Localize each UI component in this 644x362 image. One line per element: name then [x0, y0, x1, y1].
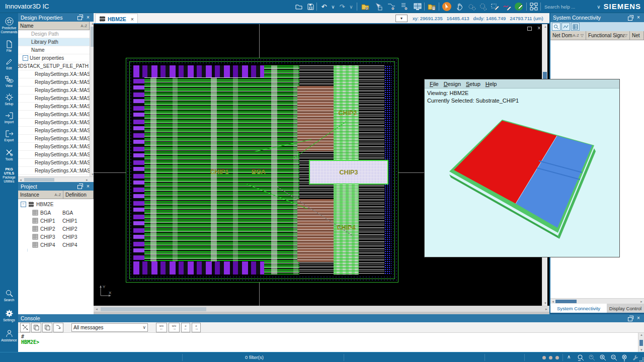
resize-grip[interactable] — [639, 357, 643, 361]
pan-hand-icon[interactable] — [455, 2, 465, 12]
redo-icon[interactable]: ↷ — [337, 2, 347, 12]
console-scrollbar[interactable]: ▲▼ — [638, 333, 644, 352]
float-panel-icon[interactable] — [77, 16, 82, 20]
column-header-net[interactable]: Net — [630, 31, 644, 40]
trace-view-icon[interactable] — [561, 23, 570, 31]
property-group-row[interactable]: −User properties — [18, 54, 90, 62]
float-panel-icon[interactable] — [77, 185, 82, 189]
viewer3d-scene[interactable] — [425, 104, 619, 257]
restore-view-icon[interactable] — [527, 27, 532, 31]
property-row[interactable]: ReplaySettings.XA::MASK::C... — [18, 95, 90, 103]
undo-icon[interactable]: ↶ — [319, 2, 329, 12]
sidebar-item-settings[interactable]: Settings — [0, 309, 18, 322]
edit-wire-icon[interactable] — [502, 2, 512, 12]
sidebar-item-tools[interactable]: Tools — [0, 148, 18, 161]
tab-display-control[interactable]: Display Control — [607, 304, 644, 313]
layout-grid-icon[interactable] — [529, 2, 539, 12]
next-word-command-button[interactable]: w/e→ — [169, 323, 180, 332]
column-header-functional-signal[interactable]: Functional Signal▽ — [586, 31, 630, 40]
console-output[interactable]: # HBM2E> — [18, 333, 644, 352]
filter-icon[interactable]: ▽ — [624, 33, 627, 38]
save-icon[interactable] — [305, 2, 315, 12]
copy-icon[interactable] — [31, 323, 41, 332]
property-row[interactable]: ReplaySettings.XA::MASK::C... — [18, 119, 90, 127]
zoom-in-icon[interactable] — [599, 353, 607, 361]
coords-dropdown[interactable]: ▼ — [395, 15, 408, 22]
sort-icon[interactable]: A↓Z — [573, 34, 579, 37]
open-design-icon[interactable] — [360, 2, 370, 12]
prev-word-command-button[interactable]: w/e← — [156, 323, 167, 332]
zoom-user-icon[interactable] — [588, 353, 596, 361]
find-net-icon[interactable] — [552, 23, 560, 31]
property-row-selected[interactable]: Library Path — [18, 38, 90, 46]
list-visibility-icon[interactable] — [399, 2, 410, 12]
edit-area-icon[interactable] — [490, 2, 500, 12]
property-row[interactable]: ReplaySettings.XA::MASK::C... — [18, 78, 90, 86]
open-icon[interactable] — [294, 2, 304, 12]
column-header-instance[interactable]: InstanceA↓Z — [18, 191, 63, 199]
property-row[interactable]: 3DSTACK_SETUP_FILE_PATH — [18, 62, 90, 70]
tab-hbm2e[interactable]: HBM2E × — [95, 14, 138, 24]
report-folder-icon[interactable] — [427, 2, 437, 12]
property-row[interactable]: ReplaySettings.XA::MASK::C... — [18, 127, 90, 135]
tree-row[interactable]: CHIP3CHIP3 — [18, 233, 94, 241]
close-panel-icon[interactable]: × — [635, 315, 641, 321]
tree-row[interactable]: BGABGA — [18, 209, 94, 217]
sidebar-item-file[interactable]: File — [0, 40, 18, 53]
sidebar-item-edit[interactable]: Edit — [0, 58, 18, 70]
sidebar-item-search[interactable]: Search — [0, 289, 18, 302]
menu-setup[interactable]: Setup — [466, 81, 480, 87]
select-component-icon[interactable] — [373, 2, 383, 12]
property-row[interactable]: ReplaySettings.XA::MASK::C... — [18, 86, 90, 95]
message-filter-dropdown[interactable]: All messages∨ — [71, 323, 148, 332]
property-row[interactable]: ReplaySettings.XA::MASK::C... — [18, 103, 90, 111]
undo-menu-chevron-icon[interactable]: ∨ — [328, 2, 338, 12]
tab-system-connectivity[interactable]: System Connectivity — [550, 304, 607, 313]
prev-command-button[interactable]: e← — [181, 323, 190, 332]
menu-help[interactable]: Help — [486, 81, 497, 87]
tree-row[interactable]: CHIP4CHIP4 — [18, 241, 94, 249]
search-help-input[interactable] — [543, 2, 594, 12]
package-layout[interactable]: CHIP3 CHIP1 BGA CHIP2 CHIP4 — [126, 58, 398, 283]
gear-pair-icon[interactable] — [478, 2, 488, 12]
sort-icon[interactable]: A↓Z — [55, 193, 61, 197]
property-row[interactable]: Name — [18, 46, 90, 54]
sidebar-item-import[interactable]: Import — [0, 112, 18, 124]
filter-icon[interactable]: ▽ — [581, 33, 584, 38]
tree-root-row[interactable]: − HBM2E — [18, 200, 94, 209]
tree-row[interactable]: CHIP2CHIP2 — [18, 225, 94, 233]
sidebar-item-view[interactable]: View — [0, 75, 18, 88]
sort-icon[interactable]: A↓Z — [81, 24, 87, 28]
sidebar-item-setup[interactable]: Setup — [0, 93, 18, 106]
net-table-icon[interactable] — [571, 23, 580, 31]
menu-file[interactable]: File — [430, 81, 439, 87]
net-visibility-icon[interactable] — [386, 2, 396, 12]
collapse-icon[interactable]: − — [21, 202, 26, 207]
close-panel-icon[interactable]: × — [85, 184, 91, 190]
property-row[interactable]: ReplaySettings.XA::MASK::C... — [18, 143, 90, 151]
property-row[interactable]: Design Path — [18, 30, 90, 38]
expand-statusbar-icon[interactable]: ∧ — [567, 354, 571, 359]
float-panel-icon[interactable] — [628, 317, 632, 321]
clear-console-icon[interactable] — [20, 323, 30, 332]
zoom-select-icon[interactable] — [577, 353, 585, 361]
property-row[interactable]: ReplaySettings.XA::MASK::C... — [18, 159, 90, 167]
zoom-fit-icon[interactable] — [621, 353, 629, 361]
float-panel-icon[interactable] — [628, 17, 632, 21]
viewer3d-window[interactable]: File Design Setup Help Viewing: HBM2E Cu… — [424, 79, 620, 257]
collapse-icon[interactable]: − — [23, 55, 28, 61]
redo-menu-chevron-icon[interactable]: ∨ — [346, 2, 356, 12]
validate-edit-icon[interactable] — [514, 2, 524, 12]
sidebar-item-assistance[interactable]: Assistance — [0, 329, 18, 342]
close-panel-icon[interactable]: × — [635, 15, 641, 21]
close-view-icon[interactable]: × — [537, 25, 541, 32]
property-row[interactable]: ReplaySettings.XA::MASK::C... — [18, 70, 90, 78]
chip3-outline[interactable]: CHIP3 — [309, 160, 388, 185]
scroll-to-end-icon[interactable] — [53, 323, 63, 332]
select-mode-icon[interactable] — [442, 2, 452, 12]
sidebar-item-export[interactable]: Export — [0, 130, 18, 142]
next-command-button[interactable]: e→ — [192, 323, 201, 332]
tree-row[interactable]: CHIP1CHIP1 — [18, 217, 94, 225]
column-header-net-domain[interactable]: Net DomainA↓Z▽ — [550, 31, 586, 40]
display-windows-icon[interactable] — [413, 2, 423, 12]
